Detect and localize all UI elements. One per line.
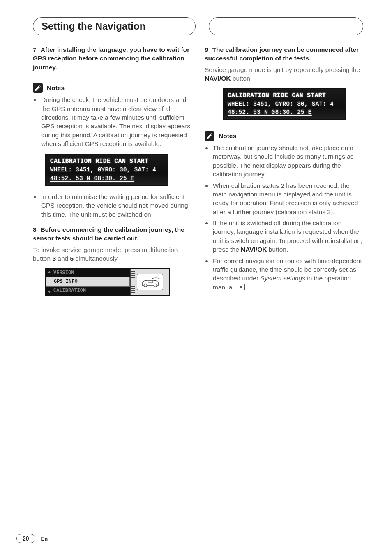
section-title: Setting the Navigation	[42, 21, 145, 32]
menu-label: GPS INFO	[54, 278, 78, 285]
stripe-icon	[131, 271, 135, 293]
step-9-body: Service garage mode is quit by repeatedl…	[205, 65, 363, 83]
left-column: 7After installing the language, you have…	[33, 45, 191, 296]
lcd-line: 48:52. 53 N 08:30. 25 E	[228, 108, 341, 116]
menu-graphic-panel	[130, 269, 169, 295]
end-of-section-icon	[239, 284, 245, 290]
notes-list: The calibration journey should not take …	[205, 143, 363, 291]
note-item: When calibration status 2 has been reach…	[212, 181, 363, 217]
text-fragment: button.	[267, 246, 288, 253]
notes-list: In order to minimise the waiting period …	[33, 192, 191, 219]
car-icon	[137, 274, 163, 290]
step-number: 7	[33, 46, 37, 53]
reference-title: System settings	[260, 275, 305, 282]
header-lozenge-right	[209, 17, 363, 35]
menu-label: CALIBRATION	[53, 287, 86, 294]
menu-item-calibration: CALIBRATION	[46, 286, 130, 295]
step-text: The calibration journey can be commenced…	[205, 46, 359, 62]
text-fragment: Service garage mode is quit by repeatedl…	[205, 66, 360, 73]
step-number: 9	[205, 46, 208, 53]
note-item: For correct navigation on routes with ti…	[212, 257, 363, 292]
notes-header: Notes	[205, 131, 363, 141]
footer: 20 En	[16, 534, 48, 543]
content-columns: 7After installing the language, you have…	[33, 45, 363, 296]
note-item: If the unit is switched off during the c…	[212, 219, 363, 254]
lcd-line: CALIBRATION RIDE CAN START	[228, 91, 341, 100]
note-item: In order to minimise the waiting period …	[40, 192, 191, 219]
text-fragment: simultaneously.	[74, 255, 119, 262]
text-fragment: and	[56, 255, 70, 262]
arrow-down-icon	[48, 291, 51, 293]
step-9-heading: 9The calibration journey can be commence…	[205, 45, 363, 63]
page: Setting the Navigation 7After installing…	[0, 0, 392, 557]
note-item: The calibration journey should not take …	[212, 143, 363, 179]
menu-item-gps-info: GPS INFO	[46, 277, 130, 287]
note-item: During the check, the vehicle must be ou…	[40, 95, 191, 148]
lcd-line: CALIBRATION RIDE CAN START	[50, 157, 164, 166]
svg-point-1	[154, 284, 157, 287]
pencil-icon	[205, 131, 214, 141]
menu-item-version: VERSION	[46, 269, 130, 277]
lcd-display-1: CALIBRATION RIDE CAN START WHEEL: 3451, …	[45, 154, 168, 186]
button-ref: 5	[70, 255, 74, 262]
menu-list: VERSION GPS INFO CALIBRATION	[46, 269, 130, 295]
step-8-body: To invoke service garage mode, press mul…	[33, 245, 191, 263]
page-number-badge: 20	[16, 534, 35, 543]
lcd-line: WHEEL: 3451, GYRO: 30, SAT: 4	[50, 166, 164, 174]
header-row: Setting the Navigation	[33, 17, 363, 35]
menu-label: VERSION	[53, 270, 74, 277]
button-ref: 3	[52, 255, 56, 262]
button-ref: NAVI/OK	[241, 246, 267, 253]
lcd-line: WHEEL: 3451, GYRO: 30, SAT: 4	[228, 100, 341, 108]
step-8-heading: 8Before commencing the calibration journ…	[33, 225, 191, 243]
device-menu-display: VERSION GPS INFO CALIBRATION	[45, 268, 170, 296]
button-ref: NAVI/OK	[205, 75, 231, 82]
lcd-line: 48:52. 53 N 08:30. 25 E	[50, 174, 164, 183]
notes-label: Notes	[219, 132, 236, 140]
notes-header: Notes	[33, 83, 191, 93]
lcd-display-2: CALIBRATION RIDE CAN START WHEEL: 3451, …	[223, 88, 346, 120]
language-label: En	[41, 536, 48, 542]
step-number: 8	[33, 226, 37, 233]
notes-label: Notes	[47, 83, 65, 92]
notes-list: During the check, the vehicle must be ou…	[33, 95, 191, 148]
step-text: Before commencing the calibration journe…	[33, 226, 184, 242]
text-fragment: button.	[231, 75, 252, 82]
pencil-icon	[33, 83, 43, 93]
header-lozenge-left: Setting the Navigation	[33, 17, 196, 35]
right-column: 9The calibration journey can be commence…	[205, 45, 363, 296]
step-text: After installing the language, you have …	[33, 46, 189, 71]
step-7-heading: 7After installing the language, you have…	[33, 45, 191, 72]
svg-point-0	[144, 284, 147, 287]
arrow-up-icon	[48, 271, 51, 273]
